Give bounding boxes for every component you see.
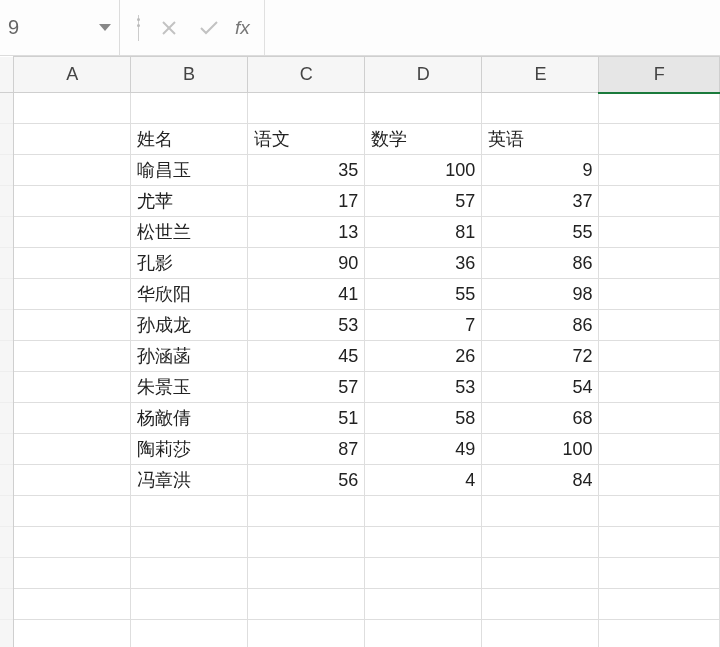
cell[interactable]: 4: [365, 465, 482, 496]
cell[interactable]: 41: [248, 279, 365, 310]
cell[interactable]: 36: [365, 248, 482, 279]
cell[interactable]: [14, 434, 131, 465]
column-header-a[interactable]: A: [14, 57, 131, 93]
cell[interactable]: [599, 434, 720, 465]
cell[interactable]: [599, 341, 720, 372]
cell[interactable]: 72: [482, 341, 599, 372]
cell[interactable]: [599, 496, 720, 527]
cell[interactable]: 7: [365, 310, 482, 341]
cell[interactable]: 68: [482, 403, 599, 434]
dropdown-icon[interactable]: [99, 24, 111, 31]
cell[interactable]: 55: [365, 279, 482, 310]
row-header[interactable]: [0, 217, 14, 248]
row-header[interactable]: [0, 372, 14, 403]
cell[interactable]: 87: [248, 434, 365, 465]
cell[interactable]: 华欣阳: [130, 279, 247, 310]
cell[interactable]: 100: [482, 434, 599, 465]
cell[interactable]: 杨敵倩: [130, 403, 247, 434]
cell[interactable]: [14, 496, 131, 527]
row-header[interactable]: [0, 310, 14, 341]
row-header[interactable]: [0, 248, 14, 279]
cell[interactable]: 54: [482, 372, 599, 403]
row-header[interactable]: [0, 279, 14, 310]
cell[interactable]: [14, 248, 131, 279]
cell[interactable]: [14, 527, 131, 558]
cell[interactable]: [14, 93, 131, 124]
row-header[interactable]: [0, 124, 14, 155]
cell[interactable]: [248, 620, 365, 648]
cell[interactable]: 86: [482, 248, 599, 279]
row-header[interactable]: [0, 496, 14, 527]
fx-label[interactable]: fx: [235, 17, 250, 39]
cell[interactable]: 姓名: [130, 124, 247, 155]
cell[interactable]: [599, 372, 720, 403]
cell[interactable]: [248, 496, 365, 527]
cell[interactable]: 孔影: [130, 248, 247, 279]
cell[interactable]: 语文: [248, 124, 365, 155]
cell[interactable]: 孙成龙: [130, 310, 247, 341]
cell[interactable]: [14, 620, 131, 648]
column-header-b[interactable]: B: [130, 57, 247, 93]
cell[interactable]: [14, 186, 131, 217]
cell[interactable]: [130, 589, 247, 620]
cell[interactable]: 49: [365, 434, 482, 465]
cell[interactable]: 81: [365, 217, 482, 248]
cell[interactable]: [482, 589, 599, 620]
cell[interactable]: 86: [482, 310, 599, 341]
cell[interactable]: [14, 558, 131, 589]
column-header-c[interactable]: C: [248, 57, 365, 93]
cell[interactable]: [14, 403, 131, 434]
cell[interactable]: 孙涵菡: [130, 341, 247, 372]
cell[interactable]: [130, 496, 247, 527]
cell[interactable]: [599, 279, 720, 310]
cell[interactable]: 朱景玉: [130, 372, 247, 403]
row-header[interactable]: [0, 527, 14, 558]
cell[interactable]: [14, 124, 131, 155]
cell[interactable]: [599, 589, 720, 620]
cell[interactable]: 冯章洪: [130, 465, 247, 496]
cell[interactable]: [365, 93, 482, 124]
column-header-e[interactable]: E: [482, 57, 599, 93]
confirm-button[interactable]: [189, 8, 229, 48]
cell[interactable]: [248, 589, 365, 620]
cell[interactable]: [14, 279, 131, 310]
cell[interactable]: 51: [248, 403, 365, 434]
cell[interactable]: [599, 248, 720, 279]
cell[interactable]: [482, 558, 599, 589]
cell[interactable]: [482, 620, 599, 648]
row-header[interactable]: [0, 341, 14, 372]
cell[interactable]: [599, 310, 720, 341]
cell[interactable]: 90: [248, 248, 365, 279]
cell[interactable]: 17: [248, 186, 365, 217]
cell[interactable]: [14, 155, 131, 186]
cell[interactable]: [599, 527, 720, 558]
cell[interactable]: [14, 465, 131, 496]
cell[interactable]: 57: [248, 372, 365, 403]
cell[interactable]: [14, 372, 131, 403]
cell[interactable]: [482, 496, 599, 527]
row-header[interactable]: [0, 403, 14, 434]
cell[interactable]: [599, 124, 720, 155]
cell[interactable]: [14, 341, 131, 372]
row-header[interactable]: [0, 93, 14, 124]
cell[interactable]: [599, 155, 720, 186]
cell[interactable]: [14, 310, 131, 341]
cell[interactable]: [14, 589, 131, 620]
cell[interactable]: [248, 558, 365, 589]
cell[interactable]: 57: [365, 186, 482, 217]
cell[interactable]: 喻昌玉: [130, 155, 247, 186]
cell[interactable]: [365, 558, 482, 589]
cell[interactable]: [599, 403, 720, 434]
cell[interactable]: [365, 496, 482, 527]
cell[interactable]: 100: [365, 155, 482, 186]
cell[interactable]: 陶莉莎: [130, 434, 247, 465]
cell[interactable]: 98: [482, 279, 599, 310]
cell[interactable]: [599, 465, 720, 496]
cell[interactable]: [599, 620, 720, 648]
row-header[interactable]: [0, 558, 14, 589]
cell[interactable]: [599, 558, 720, 589]
spreadsheet-grid[interactable]: ABCDEF姓名语文数学英语喻昌玉351009尤苹175737松世兰138155…: [0, 56, 720, 647]
cell[interactable]: [130, 527, 247, 558]
cell[interactable]: 84: [482, 465, 599, 496]
cell[interactable]: [130, 93, 247, 124]
